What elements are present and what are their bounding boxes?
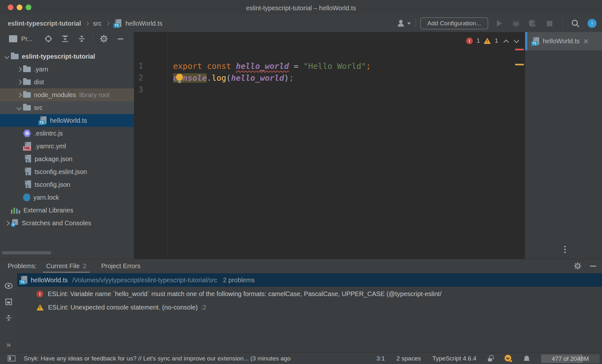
main-toolbar: Add Configuration... bbox=[397, 15, 602, 32]
status-message[interactable]: Snyk: Have any ideas or feedback for us?… bbox=[24, 355, 322, 362]
chevron-right-icon[interactable] bbox=[15, 78, 23, 86]
chevron-spacer bbox=[15, 168, 23, 176]
typescript-version[interactable]: TypeScript 4.6.4 bbox=[432, 355, 476, 362]
chevron-spacer bbox=[15, 129, 23, 137]
user-account-dropdown[interactable] bbox=[397, 20, 411, 27]
search-everywhere-button[interactable] bbox=[571, 19, 580, 28]
code-line[interactable]: console.log(hello_world); bbox=[173, 72, 371, 84]
collapse-all-button[interactable] bbox=[78, 35, 86, 43]
snyk-icon[interactable] bbox=[505, 355, 512, 362]
tree-item-scratches-and-consoles[interactable]: ›Scratches and Consoles bbox=[0, 217, 134, 229]
chevron-right-icon[interactable] bbox=[3, 219, 11, 227]
chevron-down-icon[interactable] bbox=[3, 53, 11, 60]
editor-tab-helloworld[interactable]: TS helloWorld.ts bbox=[527, 32, 602, 50]
tree-item-suffix: library root bbox=[79, 91, 109, 99]
more-toolbar-options[interactable]: » bbox=[4, 341, 13, 349]
project-settings-button[interactable] bbox=[100, 35, 108, 43]
code-token: . bbox=[207, 73, 212, 83]
next-problem-button[interactable] bbox=[514, 38, 519, 43]
hide-problems-button[interactable] bbox=[590, 266, 596, 267]
problems-toolbar: » bbox=[0, 273, 17, 353]
tree-item-tsconfig-json[interactable]: {}tsconfig.json bbox=[0, 178, 134, 191]
chevron-spacer bbox=[15, 194, 23, 201]
tool-window-toggle-icon[interactable] bbox=[8, 355, 15, 361]
indent-info[interactable]: 2 spaces bbox=[397, 355, 421, 362]
run-button[interactable] bbox=[495, 19, 504, 28]
tree-item--yarnrc-yml[interactable]: YML.yarnrc.yml bbox=[0, 140, 134, 153]
problem-item-warning[interactable]: ESLint: Unexpected console statement. (n… bbox=[17, 301, 602, 314]
tree-item-label: External Libraries bbox=[23, 207, 73, 214]
folder-icon bbox=[11, 54, 19, 59]
tree-item-helloworld-ts[interactable]: TShelloWorld.ts bbox=[0, 114, 134, 127]
problems-settings-button[interactable] bbox=[574, 262, 581, 270]
chevron-right-icon[interactable] bbox=[15, 91, 23, 99]
preview-toggle-button[interactable] bbox=[4, 282, 13, 290]
gear-icon bbox=[574, 262, 581, 270]
code-token bbox=[231, 62, 236, 71]
navigation-bar: eslint-typescript-tutorialsrcTShelloWorl… bbox=[0, 15, 602, 32]
tab-current-file[interactable]: Current File 2 bbox=[41, 259, 92, 273]
tree-item--yarn[interactable]: .yarn bbox=[0, 63, 134, 76]
tree-item-label: tsconfig.eslint.json bbox=[35, 168, 87, 176]
close-tab-icon[interactable] bbox=[583, 39, 589, 44]
tree-item-package-json[interactable]: {}package.json bbox=[0, 153, 134, 165]
project-tool-icon[interactable] bbox=[9, 35, 17, 42]
chevron-spacer bbox=[31, 117, 38, 124]
run-with-coverage-button[interactable] bbox=[528, 19, 538, 28]
error-count-icon[interactable]: ! bbox=[466, 37, 473, 44]
notifications-bell-icon[interactable] bbox=[524, 355, 530, 362]
error-stripe-mark[interactable] bbox=[515, 49, 524, 50]
tree-item-external-libraries[interactable]: External Libraries bbox=[0, 204, 134, 217]
previous-problem-button[interactable] bbox=[504, 38, 508, 43]
chevron-spacer bbox=[15, 142, 23, 150]
tree-item-label: src bbox=[34, 104, 43, 112]
tab-project-errors[interactable]: Project Errors bbox=[96, 259, 146, 273]
hide-tool-window-button[interactable] bbox=[116, 35, 125, 43]
problem-text: ESLint: Unexpected console statement. (n… bbox=[48, 304, 198, 311]
breadcrumb-item[interactable]: src bbox=[93, 20, 102, 27]
project-tool-title[interactable]: Pr... bbox=[21, 35, 33, 43]
code-token: hello_world bbox=[236, 62, 289, 71]
tree-item-eslint-typescript-tutorial[interactable]: eslint-typescript-tutorial bbox=[0, 50, 134, 63]
code-line[interactable]: export const hello_world = "Hello World"… bbox=[173, 60, 371, 72]
code-token: "Hello World" bbox=[303, 62, 366, 71]
update-project-button[interactable]: ↑ bbox=[587, 19, 597, 28]
project-tree-horizontal-scrollbar[interactable] bbox=[2, 251, 51, 254]
problems-file-row[interactable]: TS helloWorld.ts /Volumes/v/yytypescript… bbox=[17, 273, 602, 287]
lock-icon[interactable] bbox=[488, 355, 493, 362]
tree-item-src[interactable]: src bbox=[0, 101, 134, 114]
folder-icon bbox=[23, 92, 31, 98]
code-editor[interactable]: 123 export const hello_world = "Hello Wo… bbox=[134, 32, 525, 259]
chevron-down-icon[interactable] bbox=[15, 104, 23, 112]
group-by-button[interactable] bbox=[4, 298, 13, 306]
warning-stripe-mark[interactable] bbox=[515, 64, 524, 65]
breadcrumb-item[interactable]: helloWorld.ts bbox=[126, 20, 163, 27]
right-editor-split: TS helloWorld.ts bbox=[525, 32, 602, 259]
add-configuration-button[interactable]: Add Configuration... bbox=[420, 17, 488, 29]
caret-position[interactable]: 3:1 bbox=[376, 355, 385, 362]
collapse-all-button[interactable] bbox=[4, 314, 13, 322]
problem-line-ref: :2 bbox=[201, 304, 206, 311]
more-options-kebab-icon[interactable] bbox=[564, 244, 566, 254]
debug-button[interactable] bbox=[511, 19, 521, 28]
expand-all-button[interactable] bbox=[61, 35, 69, 43]
code-line[interactable] bbox=[173, 84, 371, 96]
folder-icon bbox=[23, 105, 31, 111]
tree-item-dist[interactable]: dist bbox=[0, 76, 134, 88]
yarn-icon bbox=[23, 194, 30, 201]
run-icon bbox=[497, 20, 502, 27]
warning-count-icon[interactable] bbox=[484, 38, 491, 44]
chevron-right-icon[interactable] bbox=[15, 65, 23, 73]
problem-item-error[interactable]: ! ESLint: Variable name `hello_world` mu… bbox=[17, 287, 602, 300]
error-count: 1 bbox=[477, 37, 480, 44]
tree-item-tsconfig-eslint-json[interactable]: {}tsconfig.eslint.json bbox=[0, 165, 134, 178]
tree-item-yarn-lock[interactable]: yarn.lock bbox=[0, 191, 134, 204]
tree-item-node-modules[interactable]: node_moduleslibrary root bbox=[0, 88, 134, 101]
stop-button[interactable] bbox=[545, 19, 554, 28]
intention-bulb-icon[interactable] bbox=[176, 74, 183, 81]
editor-code[interactable]: export const hello_world = "Hello World"… bbox=[173, 60, 371, 96]
breadcrumb-item[interactable]: eslint-typescript-tutorial bbox=[8, 20, 81, 27]
tree-item--eslintrc-js[interactable]: .eslintrc.js bbox=[0, 127, 134, 140]
locate-file-button[interactable] bbox=[44, 35, 53, 43]
memory-indicator[interactable]: 477 of 2048M bbox=[541, 354, 599, 363]
